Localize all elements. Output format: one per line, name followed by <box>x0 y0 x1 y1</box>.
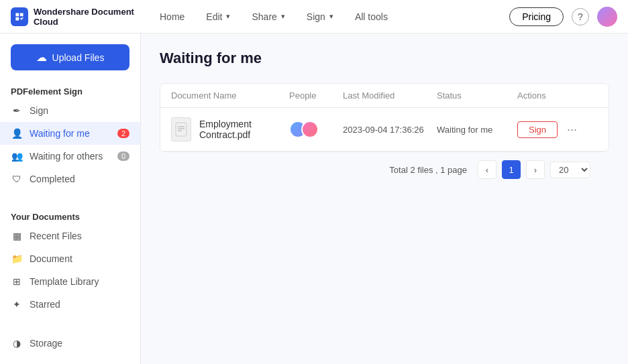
col-header-name: Document Name <box>171 90 289 101</box>
sidebar-item-waiting-for-me[interactable]: 👤 Waiting for me 2 <box>0 122 140 145</box>
sidebar-item-completed[interactable]: 🛡 Completed <box>0 168 140 190</box>
table-header: Document Name People Last Modified Statu… <box>160 84 609 108</box>
doc-name-cell: Employment Contract.pdf <box>171 117 289 141</box>
nav-edit[interactable]: Edit ▾ <box>198 7 238 26</box>
completed-icon: 🛡 <box>11 173 23 185</box>
sidebar-item-recent-files[interactable]: ▦ Recent Files <box>0 225 140 247</box>
pagination-bar: Total 2 files , 1 page ‹ 1 › 20 50 100 <box>160 152 609 179</box>
nav-share[interactable]: Share ▾ <box>244 7 293 26</box>
people-cell <box>289 121 343 138</box>
more-options-button[interactable]: ··· <box>563 121 581 138</box>
pen-icon: ✒ <box>11 105 23 117</box>
nav-all-tools[interactable]: All tools <box>347 7 396 26</box>
help-icon[interactable]: ? <box>572 8 589 25</box>
nav-sign[interactable]: Sign ▾ <box>299 7 342 26</box>
sidebar-item-document[interactable]: 📁 Document <box>0 247 140 270</box>
star-icon: ✦ <box>11 298 23 310</box>
sidebar-item-starred[interactable]: ✦ Starred <box>0 293 140 316</box>
waiting-for-others-badge: 0 <box>117 151 129 161</box>
logo-area: Wondershare Document Cloud <box>11 7 152 27</box>
person-icon: 👤 <box>11 127 23 139</box>
page-size-select[interactable]: 20 50 100 <box>550 162 590 178</box>
actions-cell: Sign ··· <box>517 121 598 138</box>
main-content: Waiting for me Document Name People Last… <box>141 34 628 364</box>
main-layout: ☁ Upload Files PDFelement Sign ✒ Sign 👤 … <box>0 34 628 364</box>
status-cell: Waiting for me <box>437 125 517 135</box>
document-icon: 📁 <box>11 253 23 265</box>
upload-icon: ☁ <box>36 51 47 64</box>
col-header-status: Status <box>437 90 517 101</box>
page-title: Waiting for me <box>160 50 609 67</box>
top-navigation: Wondershare Document Cloud Home Edit ▾ S… <box>0 0 628 34</box>
nav-links: Home Edit ▾ Share ▾ Sign ▾ All tools <box>152 7 509 26</box>
pricing-button[interactable]: Pricing <box>509 7 564 26</box>
table-row: Employment Contract.pdf 2023-09-04 17:36… <box>160 108 609 151</box>
pagination-info: Total 2 files , 1 page <box>389 165 467 175</box>
sidebar-item-storage[interactable]: ◑ Storage <box>0 332 140 355</box>
person-avatar-2 <box>301 121 319 138</box>
logo-text: Wondershare Document Cloud <box>34 7 152 27</box>
sidebar-item-template-library[interactable]: ⊞ Template Library <box>0 270 140 293</box>
your-docs-section-label: Your Documents <box>0 206 140 225</box>
sidebar-item-sign[interactable]: ✒ Sign <box>0 99 140 122</box>
documents-table: Document Name People Last Modified Statu… <box>160 83 609 152</box>
template-icon: ⊞ <box>11 276 23 288</box>
col-header-modified: Last Modified <box>343 90 437 101</box>
last-modified-cell: 2023-09-04 17:36:26 <box>343 125 437 135</box>
pagination-prev-button[interactable]: ‹ <box>478 160 496 179</box>
doc-file-icon <box>171 117 191 141</box>
sign-button[interactable]: Sign <box>517 121 558 138</box>
col-header-actions: Actions <box>517 90 598 101</box>
doc-filename: Employment Contract.pdf <box>199 119 289 140</box>
user-avatar[interactable] <box>597 7 617 27</box>
svg-rect-0 <box>176 123 187 136</box>
sign-chevron-icon: ▾ <box>329 12 333 21</box>
nav-home[interactable]: Home <box>152 7 193 26</box>
upload-files-button[interactable]: ☁ Upload Files <box>11 44 129 70</box>
pagination-page-1-button[interactable]: 1 <box>502 160 521 179</box>
sidebar: ☁ Upload Files PDFelement Sign ✒ Sign 👤 … <box>0 34 141 364</box>
nav-right: Pricing ? <box>509 7 617 27</box>
pdfelement-section-label: PDFelement Sign <box>0 81 140 99</box>
storage-section: 3.69MB / 100.00GB <box>0 355 140 364</box>
people-icon: 👥 <box>11 150 23 162</box>
col-header-people: People <box>289 90 343 101</box>
recent-files-icon: ▦ <box>11 230 23 242</box>
storage-icon: ◑ <box>11 337 23 349</box>
pagination-next-button[interactable]: › <box>526 160 545 179</box>
sidebar-item-waiting-for-others[interactable]: 👥 Waiting for others 0 <box>0 145 140 168</box>
edit-chevron-icon: ▾ <box>226 12 230 21</box>
share-chevron-icon: ▾ <box>281 12 285 21</box>
waiting-for-me-badge: 2 <box>117 129 129 138</box>
logo-icon <box>11 7 28 26</box>
